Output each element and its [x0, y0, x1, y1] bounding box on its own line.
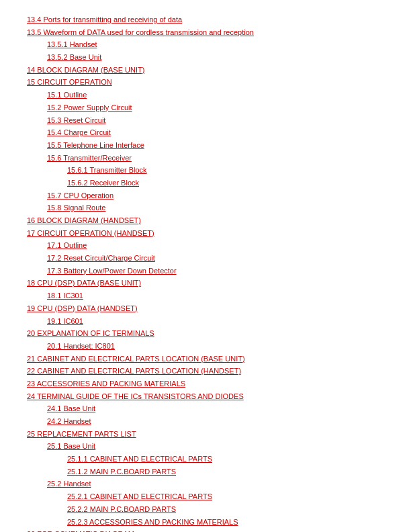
toc-item-text: 25.2.2 MAIN P.C.BOARD PARTS	[27, 505, 176, 513]
toc-item-text: 25.2.3 ACCESSORIES AND PACKING MATERIALS	[27, 518, 238, 526]
toc-item-text: 15.4 Charge Circuit	[27, 128, 111, 136]
toc-item[interactable]: 17.3 Battery Low/Power Down Detector	[27, 265, 384, 277]
toc-item-text: 17.1 Outline	[27, 241, 87, 249]
toc-item-text: 15.6.2 Receiver Block	[27, 179, 139, 187]
toc-item-text: 18.1 IC301	[27, 292, 83, 300]
toc-item-text: 15.5 Telephone Line Interface	[27, 141, 144, 149]
toc-item[interactable]: 17 CIRCUIT OPERATION (HANDSET)	[27, 227, 384, 240]
toc-item-text: 24 TERMINAL GUIDE OF THE ICs TRANSISTORS…	[27, 392, 244, 400]
toc-item-text: 15.6.1 Transmitter Block	[27, 166, 147, 174]
toc-item-text: 15.3 Reset Circuit	[27, 116, 105, 124]
toc-item-text: 13.5.1 Handset	[27, 40, 97, 48]
toc-item[interactable]: 15.5 Telephone Line Interface	[27, 139, 384, 152]
toc-item[interactable]: 21 CABINET AND ELECTRICAL PARTS LOCATION…	[27, 353, 384, 365]
toc-item-text: 18 CPU (DSP) DATA (BASE UNIT)	[27, 279, 141, 287]
toc-item-text: 22 CABINET AND ELECTRICAL PARTS LOCATION…	[27, 367, 241, 375]
toc-item-text: 23 ACCESSORIES AND PACKING MATERIALS	[27, 380, 185, 388]
toc-item-text: 25.2 Handset	[27, 480, 91, 488]
toc-item[interactable]: 25.2.1 CABINET AND ELECTRICAL PARTS	[27, 490, 384, 503]
toc-item-text: 19.1 IC601	[27, 317, 83, 325]
toc-item-text: 15.1 Outline	[27, 91, 87, 99]
toc-item-text: 25.1.2 MAIN P.C.BOARD PARTS	[27, 468, 176, 476]
toc-item[interactable]: 25.2.2 MAIN P.C.BOARD PARTS	[27, 503, 384, 516]
toc-item-text: 17.2 Reset Circuit/Charge Circuit	[27, 254, 155, 262]
toc-item[interactable]: 15 CIRCUIT OPERATION	[27, 76, 384, 89]
toc-item[interactable]: 25.1 Base Unit	[27, 440, 384, 453]
toc-item-text: 15.8 Signal Route	[27, 204, 105, 212]
toc-item[interactable]: 17.1 Outline	[27, 239, 384, 252]
toc-item[interactable]: 22 CABINET AND ELECTRICAL PARTS LOCATION…	[27, 365, 384, 378]
toc-item[interactable]: 23 ACCESSORIES AND PACKING MATERIALS	[27, 378, 384, 390]
toc-item[interactable]: 13.4 Ports for transmitting and receivin…	[27, 13, 384, 26]
toc-item[interactable]: 15.3 Reset Circuit	[27, 114, 384, 127]
toc-item[interactable]: 15.1 Outline	[27, 89, 384, 101]
toc-item-text: 13.5 Waveform of DATA used for cordless …	[27, 28, 254, 36]
toc-item-text: 15.2 Power Supply Circuit	[27, 103, 132, 112]
toc-item[interactable]: 18 CPU (DSP) DATA (BASE UNIT)	[27, 277, 384, 290]
toc-item-text: 15.7 CPU Operation	[27, 191, 113, 200]
toc-item-text: 25.1.1 CABINET AND ELECTRICAL PARTS	[27, 455, 212, 463]
toc-item[interactable]: 24 TERMINAL GUIDE OF THE ICs TRANSISTORS…	[27, 390, 384, 403]
toc-item[interactable]: 25.2.3 ACCESSORIES AND PACKING MATERIALS	[27, 516, 384, 529]
toc-item[interactable]: 20.1 Handset: IC801	[27, 340, 384, 353]
toc-item-text: 24.1 Base Unit	[27, 404, 95, 412]
toc-item-text: 20.1 Handset: IC801	[27, 342, 115, 350]
toc-item[interactable]: 13.5.2 Base Unit	[27, 51, 384, 64]
toc-item-text: 17.3 Battery Low/Power Down Detector	[27, 267, 177, 275]
toc-item[interactable]: 15.4 Charge Circuit	[27, 126, 384, 139]
toc-item-text: 13.5.2 Base Unit	[27, 53, 101, 61]
toc-item[interactable]: 17.2 Reset Circuit/Charge Circuit	[27, 252, 384, 265]
toc-item[interactable]: 25.1.1 CABINET AND ELECTRICAL PARTS	[27, 453, 384, 466]
toc-item[interactable]: 15.6.1 Transmitter Block	[27, 164, 384, 177]
toc-item[interactable]: 24.1 Base Unit	[27, 402, 384, 415]
toc-item-text: 25 REPLACEMENT PARTS LIST	[27, 430, 136, 438]
toc-item[interactable]: 15.6 Transmitter/Receiver	[27, 152, 384, 165]
toc-item[interactable]: 20 EXPLANATION OF IC TERMINALS	[27, 327, 384, 340]
toc-item[interactable]: 19 CPU (DSP) DATA (HANDSET)	[27, 302, 384, 315]
toc-item-text: 15 CIRCUIT OPERATION	[27, 78, 112, 86]
toc-item-text: 20 EXPLANATION OF IC TERMINALS	[27, 329, 154, 337]
table-of-contents: 13.4 Ports for transmitting and receivin…	[27, 13, 384, 532]
toc-item[interactable]: 25.1.2 MAIN P.C.BOARD PARTS	[27, 466, 384, 478]
toc-item-text: 21 CABINET AND ELECTRICAL PARTS LOCATION…	[27, 355, 245, 363]
toc-item[interactable]: 15.6.2 Receiver Block	[27, 177, 384, 189]
toc-item-text: 25.1 Base Unit	[27, 442, 95, 450]
toc-item[interactable]: 16 BLOCK DIAGRAM (HANDSET)	[27, 214, 384, 227]
toc-item-text: 16 BLOCK DIAGRAM (HANDSET)	[27, 216, 141, 224]
toc-item[interactable]: 19.1 IC601	[27, 315, 384, 328]
toc-item[interactable]: 13.5.1 Handset	[27, 38, 384, 51]
toc-item[interactable]: 15.2 Power Supply Circuit	[27, 101, 384, 114]
toc-item[interactable]: 25.2 Handset	[27, 478, 384, 490]
toc-item-text: 25.2.1 CABINET AND ELECTRICAL PARTS	[27, 492, 212, 500]
toc-item-text: 17 CIRCUIT OPERATION (HANDSET)	[27, 229, 154, 237]
toc-item[interactable]: 18.1 IC301	[27, 290, 384, 302]
toc-item-text: 14 BLOCK DIAGRAM (BASE UNIT)	[27, 66, 144, 74]
toc-item[interactable]: 15.7 CPU Operation	[27, 189, 384, 202]
toc-item-text: 13.4 Ports for transmitting and receivin…	[27, 15, 182, 24]
toc-item[interactable]: 13.5 Waveform of DATA used for cordless …	[27, 26, 384, 39]
toc-item[interactable]: 15.8 Signal Route	[27, 202, 384, 214]
toc-item[interactable]: 24.2 Handset	[27, 415, 384, 428]
toc-item[interactable]: 26 FOR SCHEMATIC DIAGRAM	[27, 528, 384, 532]
toc-item[interactable]: 25 REPLACEMENT PARTS LIST	[27, 428, 384, 441]
toc-item[interactable]: 14 BLOCK DIAGRAM (BASE UNIT)	[27, 64, 384, 77]
toc-item-text: 24.2 Handset	[27, 417, 91, 425]
toc-item-text: 19 CPU (DSP) DATA (HANDSET)	[27, 304, 138, 312]
toc-item-text: 15.6 Transmitter/Receiver	[27, 154, 132, 162]
